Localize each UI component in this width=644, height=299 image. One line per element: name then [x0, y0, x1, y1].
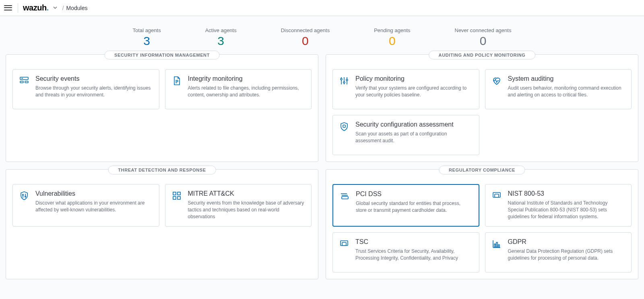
panel-title: SECURITY INFORMATION MANAGEMENT — [104, 51, 220, 59]
card-mitre-attack[interactable]: MITRE ATT&CK Security events from the kn… — [165, 184, 312, 227]
stat-pending-agents[interactable]: Pending agents 0 — [374, 27, 410, 48]
panel-threat-detection-response: THREAT DETECTION AND RESPONSE Vulnerabil… — [6, 169, 318, 279]
breadcrumb-separator: / — [62, 5, 64, 11]
svg-point-13 — [346, 79, 348, 81]
card-system-auditing[interactable]: System auditing Audit users behavior, mo… — [485, 69, 632, 109]
security-events-icon — [19, 75, 30, 102]
stat-label: Total agents — [133, 27, 161, 33]
stat-value: 0 — [374, 34, 410, 48]
svg-rect-14 — [343, 125, 345, 127]
card-desc: Browse through your security alerts, ide… — [35, 85, 153, 98]
stat-value: 3 — [205, 34, 237, 48]
panel-title: AUDITING AND POLICY MONITORING — [429, 51, 536, 59]
brand-logo[interactable]: wazuh. — [23, 3, 49, 12]
document-icon — [172, 75, 182, 102]
svg-point-16 — [23, 195, 24, 196]
card-title: Security configuration assessment — [355, 121, 473, 128]
card-integrity-monitoring[interactable]: Integrity monitoring Alerts related to f… — [165, 69, 312, 109]
card-stack-icon — [340, 190, 350, 219]
card-pci-dss[interactable]: PCI DSS Global security standard for ent… — [332, 184, 479, 227]
card-gdpr[interactable]: GDPR General Data Protection Regulation … — [485, 232, 632, 272]
card-title: MITRE ATT&CK — [188, 190, 305, 197]
card-desc: National Institute of Standards and Tech… — [508, 200, 625, 220]
card-policy-monitoring[interactable]: Policy monitoring Verify that your syste… — [332, 69, 479, 109]
top-header: wazuh. / Modules — [0, 0, 644, 16]
svg-rect-25 — [342, 197, 348, 199]
card-security-config-assessment[interactable]: Security configuration assessment Scan y… — [332, 115, 479, 155]
stat-label: Never connected agents — [455, 27, 512, 33]
card-desc: Security events from the knowledge base … — [188, 200, 305, 220]
card-tsc[interactable]: TSC Trust Services Criteria for Security… — [332, 232, 479, 272]
stat-value: 0 — [281, 34, 330, 48]
svg-rect-27 — [495, 194, 499, 197]
monitor-icon — [492, 190, 502, 220]
svg-rect-2 — [25, 81, 28, 83]
card-security-events[interactable]: Security events Browse through your secu… — [12, 69, 159, 109]
stat-total-agents[interactable]: Total agents 3 — [133, 27, 161, 48]
card-title: Integrity monitoring — [188, 75, 305, 82]
shield-check-icon — [339, 121, 350, 148]
svg-rect-1 — [20, 81, 23, 83]
panel-regulatory-compliance: REGULATORY COMPLIANCE PCI DSS Global sec… — [326, 169, 638, 279]
card-desc: Alerts related to file changes, includin… — [188, 85, 305, 98]
stat-label: Disconnected agents — [281, 27, 330, 33]
card-desc: Verify that your systems are configured … — [355, 85, 473, 98]
stat-value: 3 — [133, 34, 161, 48]
card-desc: Trust Services Criteria for Security, Av… — [355, 248, 473, 262]
panel-title: REGULATORY COMPLIANCE — [439, 166, 525, 174]
card-title: TSC — [355, 238, 473, 246]
brand-dot: . — [47, 3, 49, 12]
card-title: Policy monitoring — [355, 75, 473, 82]
breadcrumb-current[interactable]: Modules — [66, 5, 88, 11]
svg-rect-19 — [173, 192, 176, 195]
card-nist-800-53[interactable]: NIST 800-53 National Institute of Standa… — [485, 184, 632, 227]
svg-rect-34 — [498, 245, 500, 247]
svg-rect-32 — [494, 244, 495, 247]
card-title: NIST 800-53 — [508, 190, 625, 197]
empty-slot — [485, 115, 632, 155]
card-desc: General Data Protection Regulation (GDPR… — [508, 248, 625, 262]
bar-chart-icon — [492, 238, 502, 266]
svg-rect-29 — [342, 242, 346, 246]
grid-icon — [172, 190, 182, 220]
stat-active-agents[interactable]: Active agents 3 — [205, 27, 237, 48]
stat-disconnected-agents[interactable]: Disconnected agents 0 — [281, 27, 330, 48]
card-title: GDPR — [508, 238, 625, 246]
card-title: System auditing — [508, 75, 625, 82]
card-title: PCI DSS — [356, 190, 472, 198]
divider — [18, 3, 18, 13]
chevron-down-icon[interactable] — [53, 5, 58, 11]
card-title: Security events — [35, 75, 153, 82]
card-desc: Audit users behavior, monitoring command… — [508, 85, 625, 98]
svg-rect-22 — [178, 197, 180, 199]
heartbeat-icon — [492, 75, 502, 102]
card-desc: Global security standard for entities th… — [356, 200, 472, 214]
shield-slider-icon — [19, 190, 30, 220]
card-title: Vulnerabilities — [35, 190, 153, 197]
card-desc: Discover what applications in your envir… — [35, 200, 153, 213]
brand-text: wazuh — [23, 3, 47, 12]
svg-rect-33 — [496, 242, 497, 247]
svg-rect-20 — [178, 192, 180, 195]
panel-security-information-management: SECURITY INFORMATION MANAGEMENT Security… — [6, 54, 318, 162]
card-desc: Scan your assets as part of a configurat… — [355, 131, 473, 144]
monitor-icon — [339, 238, 350, 266]
menu-toggle-icon[interactable] — [4, 4, 12, 12]
panel-title: THREAT DETECTION AND RESPONSE — [108, 166, 216, 174]
svg-point-11 — [343, 82, 345, 83]
stat-label: Active agents — [205, 27, 237, 33]
svg-rect-21 — [173, 197, 176, 199]
agent-stats-row: Total agents 3 Active agents 3 Disconnec… — [0, 16, 644, 54]
sliders-icon — [339, 75, 350, 102]
module-panels: SECURITY INFORMATION MANAGEMENT Security… — [0, 54, 644, 287]
svg-rect-3 — [20, 84, 23, 85]
svg-point-9 — [341, 78, 342, 80]
svg-point-18 — [25, 196, 26, 197]
panel-auditing-policy-monitoring: AUDITING AND POLICY MONITORING Policy mo… — [326, 54, 638, 162]
card-vulnerabilities[interactable]: Vulnerabilities Discover what applicatio… — [12, 184, 159, 227]
stat-value: 0 — [455, 34, 512, 48]
stat-never-connected-agents[interactable]: Never connected agents 0 — [455, 27, 512, 48]
stat-label: Pending agents — [374, 27, 410, 33]
